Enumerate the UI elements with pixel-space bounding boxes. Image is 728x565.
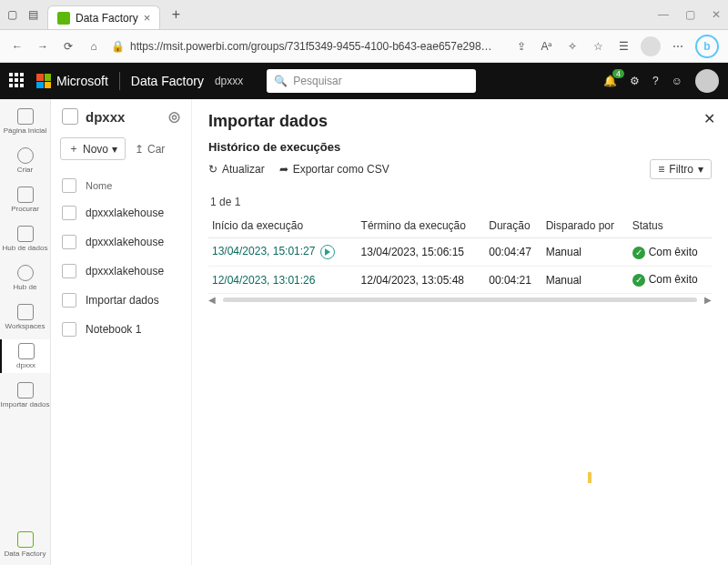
rail-workspaces[interactable]: Workspaces	[0, 300, 50, 334]
brand: Microsoft	[36, 74, 108, 88]
detail-title: Importar dados	[208, 112, 712, 131]
run-status: ✓Com êxito	[629, 267, 712, 294]
refresh-button[interactable]: ↻Atualizar	[208, 163, 265, 176]
profile-avatar[interactable]	[641, 36, 661, 56]
col-trigger[interactable]: Disparado por	[542, 214, 629, 238]
more-menu-icon[interactable]: ⋯	[670, 38, 686, 55]
run-start-link[interactable]: 12/04/2023, 13:01:26	[212, 274, 315, 287]
detail-subtitle: Histórico de execuções	[208, 140, 712, 154]
item-name: dpxxxlakehouse	[86, 236, 164, 248]
rail-import-data[interactable]: Importar dados	[0, 378, 50, 412]
new-tab-button[interactable]: +	[164, 3, 187, 26]
feedback-icon[interactable]: ☺	[672, 75, 682, 87]
upload-button[interactable]: ↥Car	[135, 143, 165, 156]
rail-current-workspace[interactable]: dpxxx	[0, 339, 50, 373]
extensions-icon[interactable]: ☰	[615, 38, 632, 55]
workspace-header: dpxxx ◎	[51, 99, 191, 134]
filter-icon: ≡	[658, 163, 664, 176]
share-icon[interactable]: ⇪	[513, 38, 530, 55]
horizontal-scrollbar[interactable]: ◀ ▶	[208, 296, 712, 303]
result-count: 1 de 1	[210, 196, 712, 208]
new-button[interactable]: ＋ Novo▾	[60, 137, 126, 160]
close-window-button[interactable]: ✕	[712, 8, 721, 21]
table-row[interactable]: 12/04/2023, 13:01:2612/04/2023, 13:05:48…	[208, 267, 712, 294]
datahub-icon	[17, 226, 34, 242]
run-start-link[interactable]: 13/04/2023, 15:01:27	[212, 245, 315, 257]
url-display[interactable]: 🔒 https://msit.powerbi.com/groups/731f53…	[111, 40, 504, 53]
search-icon: 🔍	[274, 75, 288, 87]
global-search[interactable]: 🔍 Pesquisar	[267, 69, 476, 93]
workspace-item[interactable]: dpxxxlakehouse	[51, 198, 191, 227]
filter-button[interactable]: ≡Filtro▾	[650, 159, 712, 179]
home-button[interactable]: ⌂	[86, 38, 102, 55]
chevron-down-icon: ▾	[112, 143, 117, 156]
success-icon: ✓	[632, 247, 645, 259]
rail-browse[interactable]: Procurar	[0, 183, 50, 217]
minimize-button[interactable]: ―	[658, 8, 669, 21]
workspace-avatar-icon	[62, 108, 78, 125]
refresh-button[interactable]: ⟳	[60, 38, 76, 55]
browser-tab[interactable]: Data Factory ×	[47, 5, 160, 29]
cube-icon: ▢	[7, 8, 17, 21]
col-start[interactable]: Início da execução	[208, 214, 358, 238]
left-rail: Página Inicial Criar Procurar Hub de dad…	[0, 99, 51, 565]
detail-panel: ✕ Importar dados Histórico de execuções …	[192, 99, 728, 565]
app-launcher-icon[interactable]	[9, 73, 25, 89]
help-icon[interactable]: ?	[652, 75, 659, 87]
table-row[interactable]: 13/04/2023, 15:01:2713/04/2023, 15:06:15…	[208, 238, 712, 267]
item-type-icon	[62, 322, 76, 337]
data-factory-icon	[17, 531, 34, 548]
text-caret	[588, 472, 592, 483]
app-header: Microsoft Data Factory dpxxx 🔍 Pesquisar…	[0, 63, 728, 99]
app-header-actions: 🔔4 ⚙ ? ☺	[603, 69, 719, 93]
workspace-item[interactable]: dpxxxlakehouse	[51, 257, 191, 286]
notification-badge: 4	[612, 69, 624, 78]
col-status[interactable]: Status	[629, 214, 712, 238]
workspace-item[interactable]: Notebook 1	[51, 315, 191, 344]
item-type-icon	[62, 206, 76, 220]
favorites-bar-icon[interactable]: ☆	[590, 38, 606, 55]
settings-icon[interactable]: ⚙	[630, 75, 640, 87]
run-status: ✓Com êxito	[629, 238, 712, 267]
maximize-button[interactable]: ▢	[685, 8, 695, 21]
bing-chat-icon[interactable]: b	[695, 35, 719, 58]
microsoft-logo-icon	[36, 74, 51, 88]
col-duration[interactable]: Duração	[485, 214, 541, 238]
workspace-item[interactable]: dpxxxlakehouse	[51, 227, 191, 257]
plus-circle-icon	[17, 147, 34, 164]
workspace-list-header: Nome	[51, 173, 191, 198]
item-name: Notebook 1	[86, 323, 141, 336]
forward-button[interactable]: →	[35, 38, 51, 55]
rail-datahub[interactable]: Hub de dados	[0, 222, 50, 256]
col-end[interactable]: Término da execução	[358, 214, 486, 238]
scroll-left-icon[interactable]: ◀	[208, 295, 216, 305]
workspace-badge-icon: ◎	[168, 108, 180, 125]
workspace-item[interactable]: Importar dados	[51, 286, 191, 315]
workspace-toolbar: ＋ Novo▾ ↥Car	[51, 134, 191, 167]
close-tab-icon[interactable]: ×	[144, 11, 151, 25]
read-aloud-icon[interactable]: Aᵃ	[539, 38, 555, 55]
item-type-icon	[62, 264, 76, 278]
workspace-panel: dpxxx ◎ ＋ Novo▾ ↥Car Nome dpxxxlakehouse…	[51, 99, 192, 565]
item-name: Importar dados	[86, 294, 159, 307]
rail-product-switch[interactable]: Data Factory	[0, 528, 50, 565]
rail-create[interactable]: Criar	[0, 144, 50, 177]
collections-icon: ▤	[28, 8, 38, 21]
rail-home[interactable]: Página Inicial	[0, 105, 50, 138]
scroll-track[interactable]	[223, 298, 697, 302]
workspace-crumb: dpxxx	[215, 75, 243, 87]
run-trigger: Manual	[542, 267, 629, 294]
name-column: Nome	[86, 180, 112, 191]
user-avatar[interactable]	[695, 69, 719, 93]
close-panel-button[interactable]: ✕	[703, 110, 715, 127]
notifications-button[interactable]: 🔔4	[603, 75, 617, 87]
export-csv-button[interactable]: ➦Exportar como CSV	[279, 163, 389, 176]
scroll-right-icon[interactable]: ▶	[704, 295, 712, 305]
browser-address-bar: ← → ⟳ ⌂ 🔒 https://msit.powerbi.com/group…	[0, 30, 728, 63]
item-type-icon	[62, 235, 76, 249]
rail-hub[interactable]: Hub de	[0, 261, 50, 295]
back-button[interactable]: ←	[9, 38, 25, 55]
favorite-icon[interactable]: ✧	[564, 38, 581, 55]
workspace-item-list: Nome dpxxxlakehousedpxxxlakehousedpxxxla…	[51, 173, 191, 344]
workspaces-icon	[17, 304, 34, 320]
